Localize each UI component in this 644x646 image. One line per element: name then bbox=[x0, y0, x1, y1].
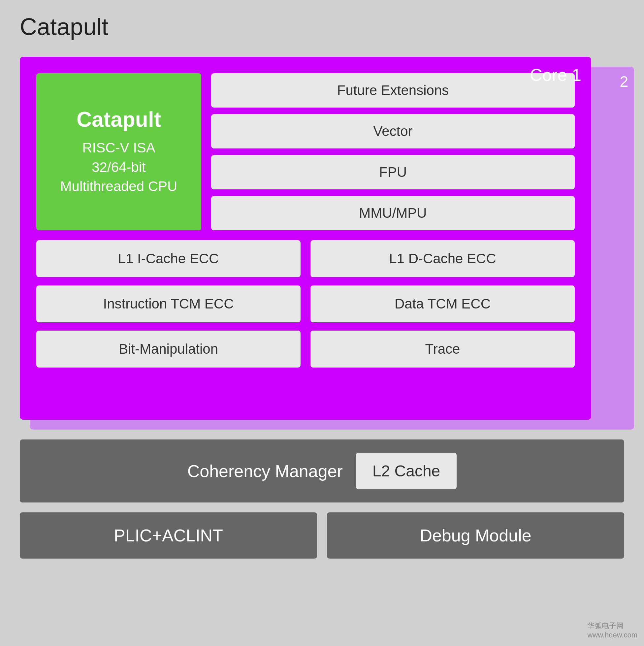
extension-future: Future Extensions bbox=[211, 73, 575, 108]
misc-row: Bit-Manipulation Trace bbox=[36, 331, 575, 367]
plic-box: PLIC+ACLINT bbox=[20, 512, 317, 559]
l1-icache: L1 I-Cache ECC bbox=[36, 240, 301, 277]
cache-row: L1 I-Cache ECC L1 D-Cache ECC bbox=[36, 240, 575, 277]
core-1-box: Core 1 Catapult RISC-V ISA 32/64-bit Mul… bbox=[20, 57, 591, 420]
instruction-tcm: Instruction TCM ECC bbox=[36, 286, 301, 322]
plic-debug-row: PLIC+ACLINT Debug Module bbox=[20, 512, 624, 559]
coherency-row: Coherency Manager L2 Cache bbox=[20, 439, 624, 503]
trace: Trace bbox=[310, 331, 575, 367]
coherency-label: Coherency Manager bbox=[187, 461, 343, 481]
catapult-name: Catapult bbox=[77, 107, 161, 132]
bottom-grid: L1 I-Cache ECC L1 D-Cache ECC Instructio… bbox=[36, 240, 575, 367]
extension-vector: Vector bbox=[211, 114, 575, 148]
l1-dcache: L1 D-Cache ECC bbox=[310, 240, 575, 277]
data-tcm: Data TCM ECC bbox=[310, 286, 575, 322]
debug-box: Debug Module bbox=[327, 512, 624, 559]
extension-mmu: MMU/MPU bbox=[211, 196, 575, 230]
l2-cache-box: L2 Cache bbox=[356, 453, 457, 489]
core-1-inner: Catapult RISC-V ISA 32/64-bit Multithrea… bbox=[36, 73, 575, 367]
bottom-sections: Coherency Manager L2 Cache PLIC+ACLINT D… bbox=[20, 439, 624, 559]
watermark: 华弧电子网 www.hqew.com bbox=[587, 621, 637, 639]
top-row: Catapult RISC-V ISA 32/64-bit Multithrea… bbox=[36, 73, 575, 230]
page-title: Catapult bbox=[20, 13, 624, 40]
core-1-label: Core 1 bbox=[530, 65, 581, 85]
tcm-row: Instruction TCM ECC Data TCM ECC bbox=[36, 286, 575, 322]
main-diagram: 8 2 Core 1 Catapult RISC-V ISA 32/64-bit… bbox=[20, 57, 624, 559]
extension-fpu: FPU bbox=[211, 155, 575, 189]
core-2-label: 2 bbox=[620, 73, 628, 90]
catapult-desc: RISC-V ISA 32/64-bit Multithreaded CPU bbox=[61, 138, 178, 196]
extensions-column: Future Extensions Vector FPU MMU/MPU bbox=[211, 73, 575, 230]
bit-manipulation: Bit-Manipulation bbox=[36, 331, 301, 367]
catapult-cpu-block: Catapult RISC-V ISA 32/64-bit Multithrea… bbox=[36, 73, 201, 230]
